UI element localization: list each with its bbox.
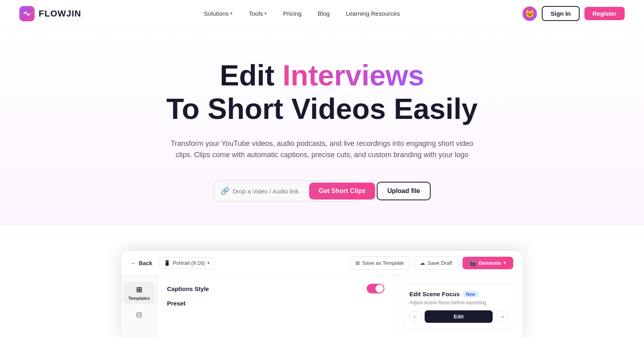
chevron-down-icon: ▾ [207,260,210,266]
new-badge: New [463,291,479,297]
edit-scene-card: Edit Scene Focus New Adjust scene focus … [402,284,515,330]
video-link-input[interactable] [233,184,309,199]
preview-toolbar: ← Back 📱 Portrait (9:16) ▾ ⊞ Save as Tem… [121,251,523,276]
prev-arrow-button[interactable]: ← [409,311,421,323]
video-link-input-wrapper: 🔗 Get Short Clips [213,180,358,202]
list-icon: ⊟ [136,310,142,319]
template-icon: ⊞ [355,260,360,266]
link-icon: 🔗 [221,187,229,195]
sidebar-item-templates[interactable]: ⊞ Templates [124,282,155,304]
avatar[interactable]: 🐱 [522,6,537,21]
cta-row: 🔗 Get Short Clips or Upload file [213,180,431,202]
chevron-down-icon: ▾ [230,11,233,16]
templates-icon: ⊞ [136,285,142,294]
hero-title: Edit Interviews To Short Videos Easily [166,60,478,138]
preview-card: ← Back 📱 Portrait (9:16) ▾ ⊞ Save as Tem… [121,250,523,338]
logo-icon [19,6,35,21]
preset-row: Preset [167,300,384,307]
preview-sidebar: ⊞ Templates ⊟ [121,276,157,338]
hero-subtitle: Transform your YouTube videos, audio pod… [169,138,475,161]
cloud-icon: ☁ [420,260,425,266]
preview-section: ← Back 📱 Portrait (9:16) ▾ ⊞ Save as Tem… [0,250,644,338]
nav-links: Solutions ▾ Tools ▾ Pricing Blog Learnin… [198,7,407,20]
register-button[interactable]: Register [584,7,625,20]
video-icon: 🎬 [470,260,476,266]
generate-button[interactable]: 🎬 Generate ▾ [462,257,513,269]
chevron-down-icon: ▾ [264,11,267,16]
preview-right-panel: Edit Scene Focus New Adjust scene focus … [394,276,523,338]
edit-scene-button[interactable]: Edit [425,310,493,323]
logo[interactable]: FLOWJIN [19,6,81,21]
save-as-template-button[interactable]: ⊞ Save as Template [349,256,410,270]
preview-body: ⊞ Templates ⊟ Captions Style Preset [121,276,523,338]
nav-solutions[interactable]: Solutions ▾ [198,7,239,20]
portrait-selector[interactable]: 📱 Portrait (9:16) ▾ [159,257,215,269]
save-draft-button[interactable]: ☁ Save Draft [414,256,458,270]
phone-icon: 📱 [164,260,170,266]
navbar: FLOWJIN Solutions ▾ Tools ▾ Pricing Blog… [0,0,644,27]
captions-toggle[interactable] [367,284,384,293]
next-arrow-button[interactable]: → [496,311,508,323]
nav-pricing[interactable]: Pricing [277,7,308,20]
captions-row: Captions Style [167,284,384,293]
nav-actions: 🐱 Sign In Register [522,6,625,21]
hero-section: Edit Interviews To Short Videos Easily T… [0,27,644,226]
logo-text: FLOWJIN [39,8,81,19]
nav-tools[interactable]: Tools ▾ [242,7,273,20]
nav-learning-resources[interactable]: Learning Resources [339,7,406,20]
sidebar-item-list[interactable]: ⊟ [131,307,147,322]
back-arrow-icon: ← [131,260,136,266]
back-button[interactable]: ← Back [131,260,152,266]
chevron-down-icon: ▾ [504,260,506,266]
signin-button[interactable]: Sign In [542,6,580,21]
nav-blog[interactable]: Blog [311,7,336,20]
cta-or-label: or [365,187,370,195]
preview-main-content: Captions Style Preset [157,276,394,338]
upload-file-button[interactable]: Upload file [377,182,431,200]
